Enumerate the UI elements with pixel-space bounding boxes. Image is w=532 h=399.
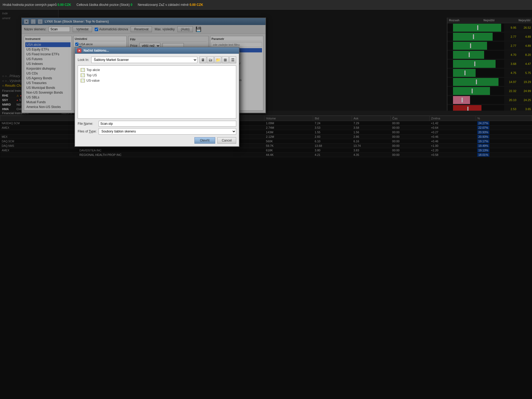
load-dialog: ✕ Načíst šablonu... Look In: Šablony Mar… xyxy=(74,47,239,147)
open-button[interactable]: Otevřít xyxy=(194,137,215,144)
filename-label: File Name: xyxy=(78,122,97,126)
lookin-label: Look In: xyxy=(78,58,89,62)
filename-input[interactable] xyxy=(99,121,236,127)
dialog-form: File Name: Files of Type: Soubory šablon… xyxy=(78,121,236,135)
top-bar: Hrubá hodnota pozice cenných papírů 0.00… xyxy=(0,0,532,10)
top-bar-item3: Nerealizovaný ZaZ v základní měně 0.00 C… xyxy=(138,3,203,7)
top-bar-item1: Hrubá hodnota pozice cenných papírů 0.00… xyxy=(3,3,71,7)
cancel-button[interactable]: Cancel xyxy=(217,137,236,144)
file-item-top-us[interactable]: 📄 Top US xyxy=(80,73,234,78)
lookin-icon-btn2[interactable]: 🗂 xyxy=(207,56,214,63)
file-list: 📄 Top akcie 📄 Top US 📄 US-value xyxy=(78,65,236,119)
lookin-icon-btn1[interactable]: 🖥 xyxy=(200,56,206,63)
dialog-close-btn[interactable]: ✕ xyxy=(77,48,81,53)
file-item-us-value[interactable]: 📄 US-value xyxy=(80,78,234,83)
lookin-icon-btn3[interactable]: 📁 xyxy=(214,56,221,63)
file-icon-top-akcie: 📄 xyxy=(81,68,85,72)
top-bar-item2: Celková částka dlouhé pozice (Stock) 0 xyxy=(77,3,132,7)
filetype-label: Files of Type: xyxy=(78,130,97,133)
lookin-row: Look In: Šablony Market Scanner 🖥 🗂 📁 ⊞ … xyxy=(78,56,236,63)
file-icon-top-us: 📄 xyxy=(81,73,85,77)
dialog-title: Načíst šablonu... xyxy=(84,49,109,52)
file-item-top-akcie[interactable]: 📄 Top akcie xyxy=(80,67,234,73)
lookin-icon-btn4[interactable]: ⊞ xyxy=(222,56,229,63)
lookin-icons: 🖥 🗂 📁 ⊞ ☰ xyxy=(200,56,236,63)
filetype-select[interactable]: Soubory šablon skeneru xyxy=(99,128,236,135)
lookin-select[interactable]: Šablony Market Scanner xyxy=(91,57,197,63)
dialog-buttons: Otevřít Cancel xyxy=(78,137,236,144)
dialog-titlebar: ✕ Načíst šablonu... xyxy=(75,47,239,54)
lookin-icon-btn5[interactable]: ☰ xyxy=(229,56,236,63)
file-icon-us-value: 📄 xyxy=(81,79,85,82)
dialog-body: Look In: Šablony Market Scanner 🖥 🗂 📁 ⊞ … xyxy=(75,54,239,146)
main-area: Inde ument ○ ○ . Příkazy . . . . . . . ○… xyxy=(0,10,532,399)
